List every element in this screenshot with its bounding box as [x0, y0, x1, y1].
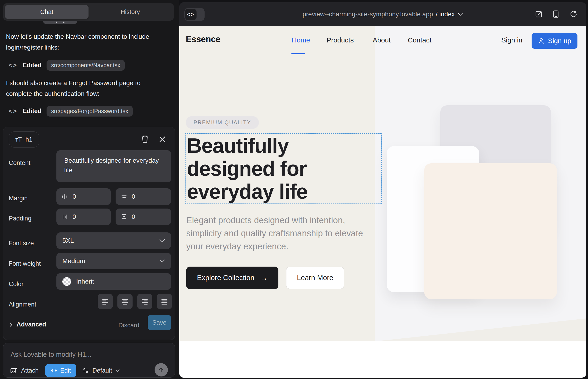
lovable-app: Chat History Now let's update the Navbar…	[0, 0, 588, 379]
align-right-button[interactable]	[137, 294, 152, 309]
font-size-value: 5XL	[62, 237, 74, 244]
hero-heading[interactable]: Beautifully designed for everyday life	[187, 134, 377, 203]
selected-h1-outline[interactable]: Beautifully designed for everyday life	[185, 133, 382, 204]
browser-chrome-bar: <> preview--charming-site-symphony.lovab…	[179, 2, 586, 26]
attach-label: Attach	[21, 367, 39, 374]
external-link-icon	[535, 10, 542, 18]
delete-element-button[interactable]	[140, 134, 150, 144]
tab-chat[interactable]: Chat	[5, 5, 89, 19]
margin-x-input[interactable]: 0	[56, 188, 111, 205]
mobile-view-button[interactable]	[553, 10, 559, 18]
align-justify-icon	[160, 298, 168, 305]
mode-label: Default	[93, 367, 112, 374]
align-center-icon	[121, 298, 129, 305]
smartphone-icon	[553, 10, 559, 18]
scrolled-message-pill	[43, 21, 77, 24]
url-bar[interactable]: preview--charming-site-symphony.lovable.…	[179, 2, 586, 26]
explore-collection-button[interactable]: Explore Collection →	[186, 267, 279, 289]
learn-more-button[interactable]: Learn More	[286, 267, 344, 289]
attach-button[interactable]: Attach	[10, 367, 39, 374]
align-left-button[interactable]	[98, 294, 113, 309]
content-label: Content	[9, 159, 31, 167]
align-center-button[interactable]	[117, 294, 133, 309]
explore-collection-label: Explore Collection	[197, 274, 254, 282]
font-weight-select[interactable]: Medium	[56, 253, 171, 269]
arrow-up-icon	[158, 367, 164, 373]
padding-y-input[interactable]: 0	[116, 208, 171, 225]
padding-x-value: 0	[73, 213, 76, 221]
alignment-label: Alignment	[9, 301, 36, 308]
sign-up-label: Sign up	[548, 37, 571, 45]
nav-link-about[interactable]: About	[373, 36, 390, 44]
close-icon	[159, 136, 166, 143]
chevron-down-icon	[458, 13, 463, 16]
color-label: Color	[9, 281, 24, 288]
advanced-label: Advanced	[16, 321, 46, 328]
nav-link-products[interactable]: Products	[326, 36, 354, 44]
tab-history[interactable]: History	[89, 5, 172, 19]
arrow-right-icon: →	[260, 274, 268, 282]
preview-browser-frame: <> preview--charming-site-symphony.lovab…	[179, 2, 586, 378]
chevron-down-icon	[159, 239, 165, 242]
site-logo[interactable]: Essence	[186, 34, 220, 44]
font-weight-label: Font weight	[9, 260, 41, 267]
target-icon	[51, 367, 57, 374]
typography-icon: тT	[15, 136, 22, 143]
advanced-toggle[interactable]: Advanced	[9, 321, 46, 328]
sign-in-link[interactable]: Sign in	[501, 36, 522, 44]
edited-file-badge[interactable]: src/pages/ForgotPassword.tsx	[46, 106, 133, 117]
padding-x-input[interactable]: 0	[56, 208, 111, 225]
nav-link-home[interactable]: Home	[292, 36, 310, 44]
font-weight-value: Medium	[62, 257, 85, 265]
edited-file-badge[interactable]: src/components/Navbar.tsx	[46, 60, 125, 71]
user-icon	[538, 37, 545, 44]
edited-file-row: <> Edited src/components/Navbar.tsx	[9, 59, 125, 71]
edit-mode-button[interactable]: Edit	[45, 364, 77, 377]
margin-horizontal-icon	[62, 193, 68, 200]
edited-file-row: <> Edited src/pages/ForgotPassword.tsx	[9, 105, 133, 117]
decorative-card-cream	[424, 163, 557, 299]
url-domain: preview--charming-site-symphony.lovable.…	[302, 11, 433, 18]
padding-label: Padding	[9, 215, 31, 222]
discard-button[interactable]: Discard	[118, 322, 139, 329]
code-icon: <>	[9, 62, 17, 69]
color-select[interactable]: Inherit	[56, 273, 171, 290]
edited-label: Edited	[22, 62, 42, 69]
site-preview-page: Essence Home Products About Contact Sign…	[179, 26, 586, 378]
hero-section: Essence Home Products About Contact Sign…	[179, 26, 586, 341]
send-button[interactable]	[155, 363, 168, 377]
content-input[interactable]: Beautifully designed for everyday life	[56, 150, 171, 182]
margin-y-input[interactable]: 0	[116, 188, 171, 205]
margin-label: Margin	[9, 195, 28, 202]
sign-up-button[interactable]: Sign up	[532, 33, 577, 49]
font-size-select[interactable]: 5XL	[56, 232, 171, 249]
assistant-message: Now let's update the Navbar component to…	[6, 31, 157, 53]
edited-label: Edited	[22, 108, 42, 115]
padding-vertical-icon	[121, 214, 127, 220]
element-editor-panel: тT h1 Content Beautifully designed fo	[3, 127, 175, 340]
code-icon: <>	[9, 108, 17, 115]
url-path: / index	[436, 11, 455, 18]
color-swatch-icon	[62, 277, 71, 286]
hero-paragraph: Elegant products designed with intention…	[186, 214, 370, 253]
attach-image-icon	[10, 367, 17, 374]
nav-link-contact[interactable]: Contact	[408, 36, 431, 44]
assistant-message: I should also create a Forgot Password p…	[6, 78, 157, 99]
margin-y-value: 0	[132, 193, 135, 200]
chevron-down-icon	[159, 259, 165, 263]
chevron-right-icon	[9, 322, 13, 327]
refresh-button[interactable]	[569, 10, 577, 18]
margin-vertical-icon	[121, 193, 127, 200]
close-panel-button[interactable]	[157, 134, 167, 144]
align-justify-button[interactable]	[157, 294, 172, 309]
nav-active-underline	[291, 53, 305, 54]
sliders-icon	[82, 367, 89, 374]
font-size-label: Font size	[9, 240, 34, 247]
composer-input[interactable]: Ask Lovable to modify H1...	[11, 351, 92, 358]
save-button[interactable]: Save	[148, 315, 171, 330]
refresh-icon	[569, 10, 577, 18]
model-mode-select[interactable]: Default	[82, 367, 120, 374]
element-tag-label: h1	[25, 136, 32, 143]
open-external-button[interactable]	[535, 10, 542, 18]
trash-icon	[141, 135, 149, 144]
